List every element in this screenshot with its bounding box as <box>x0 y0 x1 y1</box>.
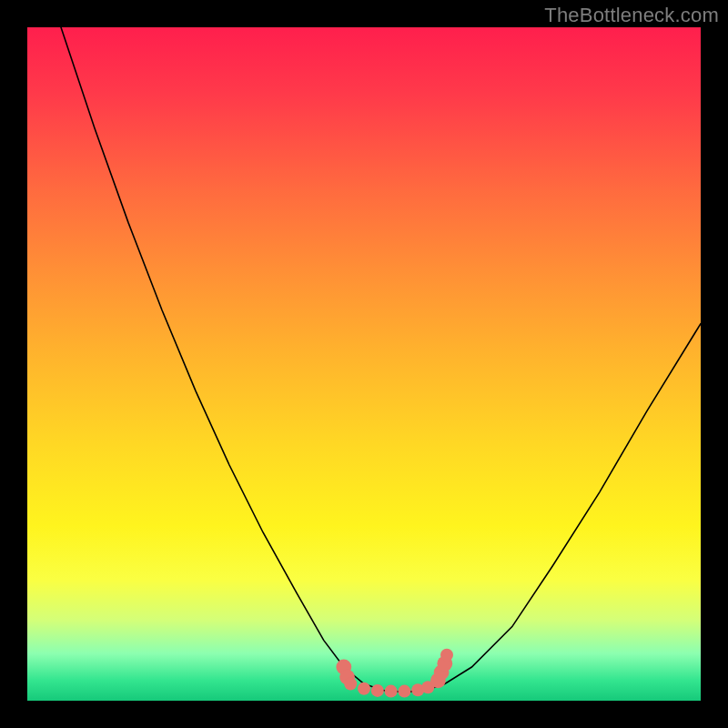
watermark-text: TheBottleneck.com <box>544 4 719 27</box>
outer-frame: TheBottleneck.com <box>0 0 728 728</box>
curve-marker <box>371 684 384 697</box>
curve-marker <box>344 678 357 691</box>
curve-marker <box>385 685 398 698</box>
bottleneck-curve <box>61 27 701 692</box>
curve-marker <box>358 682 370 695</box>
curve-marker <box>440 649 453 662</box>
curve-marker <box>398 685 410 698</box>
curve-svg <box>27 27 701 701</box>
plot-area <box>27 27 701 701</box>
marker-group <box>336 649 453 698</box>
